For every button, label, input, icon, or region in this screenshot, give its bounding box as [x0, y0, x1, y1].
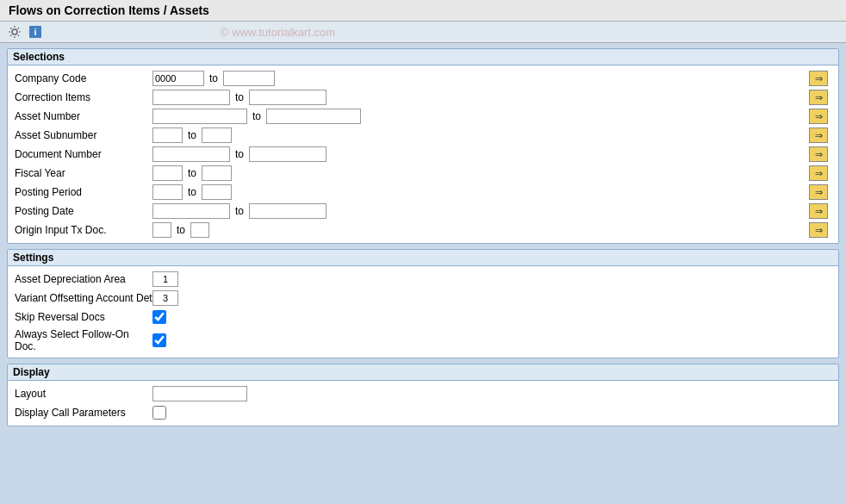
skip-reversal-row: Skip Reversal Docs: [15, 308, 831, 327]
fiscal-year-label: Fiscal Year: [15, 167, 152, 179]
document-number-from[interactable]: [152, 146, 230, 162]
display-body: Layout Display Call Parameters: [8, 381, 838, 426]
posting-date-to[interactable]: [249, 203, 327, 219]
asset-depreciation-label: Asset Depreciation Area: [15, 273, 152, 285]
company-code-from[interactable]: [152, 71, 204, 86]
correction-items-label: Correction Items: [15, 91, 152, 103]
settings-header: Settings: [8, 250, 838, 266]
layout-label: Layout: [15, 388, 152, 400]
display-header: Display: [8, 364, 838, 381]
display-call-row: Display Call Parameters: [15, 403, 831, 422]
always-select-label: Always Select Follow-On Doc.: [15, 328, 152, 352]
svg-text:i: i: [34, 27, 36, 37]
asset-subnumber-to[interactable]: [202, 128, 232, 143]
to-label-fiscal: to: [188, 167, 196, 179]
posting-date-arrow-btn[interactable]: ⇒: [809, 203, 828, 219]
selections-header: Selections: [8, 49, 838, 65]
company-code-arrow-btn[interactable]: ⇒: [809, 71, 828, 86]
to-label-correction: to: [235, 91, 244, 103]
origin-input-label: Origin Input Tx Doc.: [15, 224, 152, 236]
posting-period-row: Posting Period to ⇒: [15, 183, 831, 202]
origin-input-arrow-btn[interactable]: ⇒: [809, 222, 828, 238]
layout-row: Layout: [15, 384, 831, 403]
correction-items-to[interactable]: [249, 90, 327, 105]
fiscal-year-arrow-btn[interactable]: ⇒: [809, 165, 828, 181]
skip-reversal-checkbox[interactable]: [152, 310, 166, 324]
selections-section: Selections Company Code to ⇒ Correction …: [7, 48, 839, 244]
company-code-to[interactable]: [223, 71, 275, 86]
toolbar: i © www.tutorialkart.com: [0, 22, 846, 43]
origin-input-to[interactable]: [190, 222, 209, 238]
to-label-asset-number: to: [252, 110, 261, 122]
page-title: Flows on Correction Items / Assets: [0, 0, 846, 22]
asset-number-row: Asset Number to ⇒: [15, 107, 831, 126]
asset-depreciation-input[interactable]: [152, 271, 178, 287]
correction-items-row: Correction Items to ⇒: [15, 88, 831, 107]
document-number-to[interactable]: [249, 146, 327, 162]
asset-subnumber-from[interactable]: [152, 128, 183, 143]
to-label-posting-period: to: [188, 186, 196, 198]
origin-input-from[interactable]: [152, 222, 171, 238]
watermark-text: © www.tutorialkart.com: [221, 26, 335, 39]
selections-body: Company Code to ⇒ Correction Items to: [8, 65, 838, 243]
posting-date-from[interactable]: [152, 203, 230, 219]
to-label-posting-date: to: [235, 205, 244, 217]
asset-number-to[interactable]: [266, 109, 361, 124]
posting-period-label: Posting Period: [15, 186, 152, 198]
asset-subnumber-arrow-btn[interactable]: ⇒: [809, 128, 828, 143]
correction-items-from[interactable]: [152, 90, 230, 105]
main-content: Selections Company Code to ⇒ Correction …: [0, 43, 846, 432]
asset-subnumber-label: Asset Subnumber: [15, 129, 152, 141]
document-number-arrow-btn[interactable]: ⇒: [809, 146, 828, 162]
asset-depreciation-row: Asset Depreciation Area: [15, 270, 831, 289]
variant-offsetting-input[interactable]: [152, 290, 178, 306]
posting-period-to[interactable]: [202, 184, 232, 200]
document-number-label: Document Number: [15, 148, 152, 160]
fiscal-year-row: Fiscal Year to ⇒: [15, 164, 831, 183]
posting-period-from[interactable]: [152, 184, 183, 200]
to-label-asset-sub: to: [188, 129, 196, 141]
correction-items-arrow-btn[interactable]: ⇒: [809, 90, 828, 105]
posting-date-row: Posting Date to ⇒: [15, 202, 831, 221]
document-number-row: Document Number to ⇒: [15, 145, 831, 164]
to-label-origin: to: [177, 224, 185, 236]
display-call-label: Display Call Parameters: [15, 407, 152, 419]
settings-body: Asset Depreciation Area Variant Offsetti…: [8, 266, 838, 358]
display-section: Display Layout Display Call Parameters: [7, 364, 839, 426]
svg-point-0: [12, 29, 17, 34]
asset-number-arrow-btn[interactable]: ⇒: [809, 109, 828, 124]
company-code-label: Company Code: [15, 72, 152, 84]
origin-input-row: Origin Input Tx Doc. to ⇒: [15, 221, 831, 240]
asset-number-from[interactable]: [152, 109, 247, 124]
posting-date-label: Posting Date: [15, 205, 152, 217]
variant-offsetting-label: Variant Offsetting Account Det: [15, 292, 152, 304]
fiscal-year-to[interactable]: [202, 165, 232, 181]
info-icon[interactable]: i: [28, 24, 43, 40]
settings-icon[interactable]: [7, 24, 22, 40]
layout-input[interactable]: [152, 386, 247, 401]
company-code-row: Company Code to ⇒: [15, 69, 831, 88]
posting-period-arrow-btn[interactable]: ⇒: [809, 184, 828, 200]
to-label-company: to: [209, 72, 218, 84]
fiscal-year-from[interactable]: [152, 165, 183, 181]
skip-reversal-label: Skip Reversal Docs: [15, 311, 152, 323]
always-select-checkbox[interactable]: [152, 333, 166, 347]
asset-number-label: Asset Number: [15, 110, 152, 122]
variant-offsetting-row: Variant Offsetting Account Det: [15, 289, 831, 308]
asset-subnumber-row: Asset Subnumber to ⇒: [15, 126, 831, 145]
to-label-doc-number: to: [235, 148, 244, 160]
always-select-row: Always Select Follow-On Doc.: [15, 327, 831, 354]
display-call-checkbox[interactable]: [152, 406, 166, 420]
settings-section: Settings Asset Depreciation Area Variant…: [7, 249, 839, 358]
